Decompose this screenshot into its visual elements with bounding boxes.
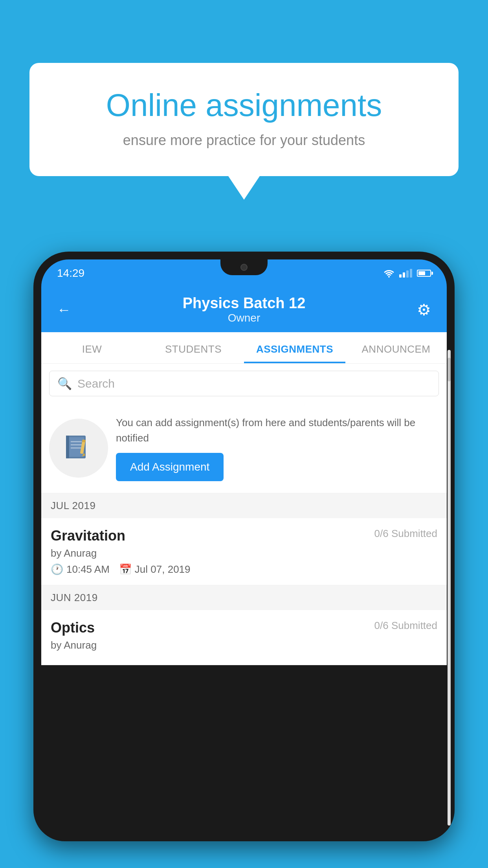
promo-description: You can add assignment(s) from here and … — [116, 415, 439, 446]
status-icons — [383, 269, 431, 278]
speech-bubble-subtitle: ensure more practice for your students — [61, 132, 427, 149]
phone-wrapper: 14:29 ← — [33, 252, 455, 868]
search-bar-container: 🔍 Search — [41, 364, 447, 403]
tabs-bar: IEW STUDENTS ASSIGNMENTS ANNOUNCEM — [41, 332, 447, 364]
promo-icon-circle — [49, 419, 108, 478]
app-header: ← Physics Batch 12 Owner ⚙ — [41, 287, 447, 332]
svg-rect-3 — [71, 441, 82, 442]
assignment-name: Gravitation — [51, 528, 125, 544]
optics-submitted: 0/6 Submitted — [374, 620, 437, 632]
svg-rect-5 — [71, 447, 82, 449]
phone-outer: 14:29 ← — [33, 252, 455, 841]
phone-notch — [220, 259, 268, 275]
optics-name: Optics — [51, 620, 95, 636]
svg-rect-4 — [71, 444, 82, 445]
promo-right: You can add assignment(s) from here and … — [116, 415, 439, 481]
clock-icon: 🕐 — [51, 563, 63, 576]
status-time: 14:29 — [57, 267, 84, 280]
search-placeholder: Search — [77, 377, 115, 390]
assignment-date-value: Jul 07, 2019 — [135, 563, 191, 576]
assignment-item-optics[interactable]: Optics 0/6 Submitted by Anurag — [41, 610, 447, 665]
calendar-icon: 📅 — [119, 563, 132, 576]
assignment-item-gravitation[interactable]: Gravitation 0/6 Submitted by Anurag 🕐 10… — [41, 518, 447, 585]
svg-rect-2 — [66, 436, 69, 458]
header-center: Physics Batch 12 Owner — [183, 295, 306, 324]
tab-announcements[interactable]: ANNOUNCEM — [345, 332, 447, 363]
section-header-jul: JUL 2019 — [41, 493, 447, 518]
search-icon: 🔍 — [57, 377, 72, 390]
tab-assignments[interactable]: ASSIGNMENTS — [244, 332, 345, 363]
search-bar[interactable]: 🔍 Search — [49, 371, 439, 396]
tab-students[interactable]: STUDENTS — [143, 332, 244, 363]
assignment-time-value: 10:45 AM — [66, 563, 110, 576]
assignment-by: by Anurag — [51, 547, 437, 559]
phone-camera — [240, 264, 248, 271]
battery-fill — [418, 271, 425, 275]
add-assignment-button[interactable]: Add Assignment — [116, 453, 224, 481]
promo-section: You can add assignment(s) from here and … — [41, 403, 447, 493]
assignment-meta: 🕐 10:45 AM 📅 Jul 07, 2019 — [51, 563, 437, 576]
optics-row1: Optics 0/6 Submitted — [51, 620, 437, 636]
speech-bubble-title: Online assignments — [61, 86, 427, 124]
settings-icon[interactable]: ⚙ — [417, 301, 431, 319]
back-button[interactable]: ← — [57, 302, 71, 318]
header-subtitle: Owner — [183, 312, 306, 324]
section-header-jun: JUN 2019 — [41, 585, 447, 610]
assignment-time: 🕐 10:45 AM — [51, 563, 110, 576]
notebook-icon — [63, 432, 94, 464]
wifi-icon — [383, 269, 394, 278]
optics-by: by Anurag — [51, 639, 437, 651]
battery-icon — [417, 270, 431, 277]
signal-icon — [399, 269, 412, 278]
assignment-submitted: 0/6 Submitted — [374, 528, 437, 540]
screen-content: 🔍 Search — [41, 364, 447, 665]
tab-iew[interactable]: IEW — [41, 332, 143, 363]
assignment-date: 📅 Jul 07, 2019 — [119, 563, 191, 576]
speech-bubble-arrow — [228, 176, 260, 200]
speech-bubble: Online assignments ensure more practice … — [29, 63, 459, 176]
scrollbar-thumb[interactable] — [448, 358, 451, 381]
header-title: Physics Batch 12 — [183, 295, 306, 312]
scrollbar-track — [448, 350, 451, 826]
assignment-row1: Gravitation 0/6 Submitted — [51, 528, 437, 544]
speech-bubble-wrapper: Online assignments ensure more practice … — [29, 63, 459, 200]
